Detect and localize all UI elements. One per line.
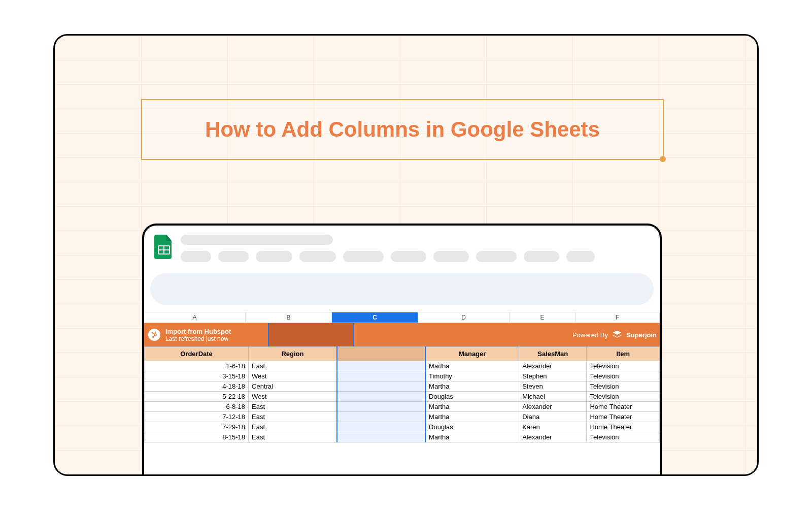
table-row: 4-18-18CentralMarthaStevenTelevision bbox=[145, 381, 660, 392]
cell[interactable]: Central bbox=[249, 381, 337, 392]
cell[interactable]: Martha bbox=[425, 402, 519, 412]
banner-subtitle: Last refreshed just now bbox=[165, 335, 231, 342]
table-row: 1-6-18EastMarthaAlexanderTelevision bbox=[145, 361, 660, 371]
banner-selected-column bbox=[268, 323, 354, 346]
column-header-E[interactable]: E bbox=[510, 312, 576, 323]
skeleton-placeholders bbox=[181, 235, 650, 262]
menu-skeleton bbox=[343, 251, 384, 262]
table-header[interactable]: Manager bbox=[425, 347, 519, 361]
menu-skeleton-row bbox=[181, 251, 650, 262]
menu-skeleton bbox=[524, 251, 559, 262]
cell[interactable] bbox=[337, 371, 425, 381]
menu-skeleton bbox=[476, 251, 517, 262]
superjoin-brand: Superjoin bbox=[626, 331, 657, 339]
cell[interactable]: Martha bbox=[425, 412, 519, 422]
cell[interactable] bbox=[337, 402, 425, 412]
table-row: 3-15-18WestTimothyStephenTelevision bbox=[145, 371, 660, 381]
cell[interactable]: Television bbox=[587, 371, 660, 381]
column-header-B[interactable]: B bbox=[246, 312, 332, 323]
table-header[interactable]: SalesMan bbox=[519, 347, 587, 361]
cell[interactable]: 4-18-18 bbox=[145, 381, 249, 392]
google-sheets-window: ABCDEF Import from Hubspot bbox=[142, 224, 662, 475]
google-sheets-icon bbox=[154, 235, 174, 259]
cell[interactable]: Diana bbox=[519, 412, 587, 422]
cell[interactable]: West bbox=[249, 392, 337, 402]
hubspot-icon bbox=[148, 329, 160, 341]
cell[interactable]: East bbox=[249, 361, 337, 371]
table-row: 7-12-18EastMarthaDianaHome Theater bbox=[145, 412, 660, 422]
menu-skeleton bbox=[299, 251, 336, 262]
table-row: 5-22-18WestDouglasMichaelTelevision bbox=[145, 392, 660, 402]
sheets-topbar bbox=[144, 226, 660, 267]
table-header[interactable]: OrderDate bbox=[145, 347, 249, 361]
cell[interactable] bbox=[337, 412, 425, 422]
table-header[interactable]: Region bbox=[249, 347, 337, 361]
column-header-D[interactable]: D bbox=[418, 312, 510, 323]
cell[interactable]: Martha bbox=[425, 361, 519, 371]
cell[interactable]: 5-22-18 bbox=[145, 392, 249, 402]
tutorial-card: How to Add Columns in Google Sheets ABCD… bbox=[53, 34, 759, 476]
cell[interactable]: Home Theater bbox=[587, 412, 660, 422]
superjoin-icon bbox=[612, 330, 622, 340]
cell[interactable]: 6-8-18 bbox=[145, 402, 249, 412]
menu-skeleton bbox=[218, 251, 249, 262]
cell[interactable]: East bbox=[249, 432, 337, 442]
cell[interactable]: Stephen bbox=[519, 371, 587, 381]
cell[interactable]: East bbox=[249, 412, 337, 422]
import-banner: Import from Hubspot Last refreshed just … bbox=[144, 323, 660, 346]
table-row: 7-29-18EastDouglasKarenHome Theater bbox=[145, 422, 660, 432]
cell[interactable]: 1-6-18 bbox=[145, 361, 249, 371]
cell[interactable] bbox=[337, 422, 425, 432]
cell[interactable]: Michael bbox=[519, 392, 587, 402]
cell[interactable]: Home Theater bbox=[587, 422, 660, 432]
cell[interactable] bbox=[337, 361, 425, 371]
title-selection-box[interactable]: How to Add Columns in Google Sheets bbox=[141, 99, 664, 160]
cell[interactable] bbox=[337, 432, 425, 442]
title-skeleton bbox=[181, 235, 333, 245]
cell[interactable]: 7-12-18 bbox=[145, 412, 249, 422]
cell[interactable]: Martha bbox=[425, 432, 519, 442]
column-header-C[interactable]: C bbox=[332, 312, 418, 323]
cell[interactable]: Home Theater bbox=[587, 402, 660, 412]
cell[interactable]: 8-15-18 bbox=[145, 432, 249, 442]
cell[interactable]: Alexander bbox=[519, 361, 587, 371]
cell[interactable]: Alexander bbox=[519, 402, 587, 412]
cell[interactable]: Karen bbox=[519, 422, 587, 432]
menu-skeleton bbox=[181, 251, 211, 262]
data-table: OrderDateRegionManagerSalesManItem 1-6-1… bbox=[144, 346, 660, 442]
menu-skeleton bbox=[391, 251, 426, 262]
cell[interactable]: Television bbox=[587, 392, 660, 402]
cell[interactable] bbox=[337, 381, 425, 392]
cell[interactable]: Television bbox=[587, 432, 660, 442]
cell[interactable]: Timothy bbox=[425, 371, 519, 381]
cell[interactable]: 7-29-18 bbox=[145, 422, 249, 432]
svg-line-9 bbox=[154, 335, 155, 337]
column-header-F[interactable]: F bbox=[576, 312, 660, 323]
table-row: 6-8-18EastMarthaAlexanderHome Theater bbox=[145, 402, 660, 412]
table-header[interactable] bbox=[337, 347, 425, 361]
cell[interactable]: West bbox=[249, 371, 337, 381]
banner-text: Import from Hubspot Last refreshed just … bbox=[165, 328, 231, 342]
table-row: 8-15-18EastMarthaAlexanderTelevision bbox=[145, 432, 660, 442]
cell[interactable]: Douglas bbox=[425, 422, 519, 432]
menu-skeleton bbox=[566, 251, 595, 262]
formula-bar[interactable] bbox=[150, 273, 654, 305]
cell[interactable]: East bbox=[249, 422, 337, 432]
powered-by-label: Powered By bbox=[572, 331, 608, 339]
page-title: How to Add Columns in Google Sheets bbox=[205, 117, 600, 142]
cell[interactable]: Douglas bbox=[425, 392, 519, 402]
table-header[interactable]: Item bbox=[587, 347, 660, 361]
menu-skeleton bbox=[256, 251, 292, 262]
cell[interactable]: Martha bbox=[425, 381, 519, 392]
column-header-A[interactable]: A bbox=[144, 312, 246, 323]
cell[interactable]: Alexander bbox=[519, 432, 587, 442]
cell[interactable] bbox=[337, 392, 425, 402]
cell[interactable]: Steven bbox=[519, 381, 587, 392]
cell[interactable]: Television bbox=[587, 361, 660, 371]
cell[interactable]: 3-15-18 bbox=[145, 371, 249, 381]
cell[interactable]: East bbox=[249, 402, 337, 412]
column-headers-row: ABCDEF bbox=[144, 312, 660, 323]
cell[interactable]: Television bbox=[587, 381, 660, 392]
banner-title: Import from Hubspot bbox=[165, 328, 231, 335]
selection-handle[interactable] bbox=[660, 156, 666, 162]
